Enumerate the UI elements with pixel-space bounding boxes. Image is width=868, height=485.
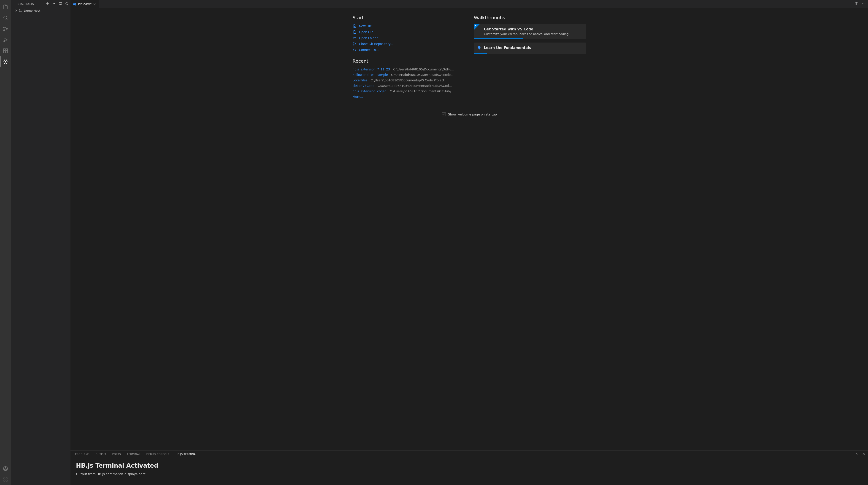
panel-tabs: PROBLEMSOUTPUTPORTSTERMINALDEBUG CONSOLE…: [70, 450, 868, 458]
panel-tab[interactable]: PROBLEMS: [75, 450, 90, 458]
startup-checkbox[interactable]: [442, 112, 446, 117]
walkthrough-progress: [474, 38, 523, 39]
tab-label: Welcome: [78, 2, 91, 6]
svg-rect-5: [3, 49, 5, 51]
walkthrough-desc: Customize your editor, learn the basics,…: [484, 32, 582, 36]
panel-tab[interactable]: DEBUG CONSOLE: [146, 450, 169, 458]
panel-tab[interactable]: OUTPUT: [95, 450, 106, 458]
source-control-icon[interactable]: [0, 23, 11, 34]
split-editor-icon[interactable]: [855, 2, 858, 6]
svg-rect-7: [6, 51, 7, 53]
walkthrough-card[interactable]: Learn the Fundamentals: [474, 42, 586, 54]
svg-point-16: [865, 3, 865, 4]
more-actions-icon[interactable]: [862, 2, 866, 6]
host-tree-item[interactable]: Demo Host: [11, 8, 70, 13]
close-tab-icon[interactable]: [93, 2, 96, 6]
start-connect-to[interactable]: Connect to...: [353, 48, 465, 52]
monitor-icon[interactable]: [59, 2, 62, 6]
recent-path: C:\Users\bd468105\Documents\VS Code Proj…: [371, 78, 444, 82]
svg-point-18: [353, 44, 354, 45]
recent-item[interactable]: hbjs_extension_cbgenC:\Users\bd468105\Do…: [353, 89, 465, 93]
svg-rect-8: [6, 49, 7, 51]
folder-icon: [19, 9, 23, 12]
svg-rect-12: [59, 2, 62, 4]
panel-tab[interactable]: PORTS: [112, 450, 121, 458]
settings-gear-icon[interactable]: [0, 474, 11, 485]
search-icon[interactable]: [0, 12, 11, 23]
connect-icon[interactable]: [52, 2, 56, 6]
recent-name[interactable]: hbjs_extension_cbgen: [353, 89, 387, 93]
start-new-file[interactable]: New File...: [353, 24, 465, 28]
svg-rect-6: [3, 51, 5, 53]
svg-point-17: [353, 42, 354, 43]
lightbulb-icon: [477, 46, 481, 51]
panel-tab[interactable]: TERMINAL: [127, 450, 140, 458]
walkthrough-title: Learn the Fundamentals: [484, 46, 582, 50]
start-heading: Start: [353, 15, 465, 20]
side-panel-title: HB.JS: HOSTS: [16, 2, 46, 5]
vscode-logo-icon: [73, 2, 76, 6]
panel-body: HB.js Terminal Activated Output from HB.…: [70, 458, 868, 485]
svg-point-1: [4, 27, 5, 28]
recent-item[interactable]: hbjs_extension_7_11_23C:\Users\bd468105\…: [353, 67, 465, 71]
hbjs-extension-icon[interactable]: [0, 56, 11, 67]
recent-name[interactable]: hbjs_extension_7_11_23: [353, 67, 390, 71]
start-clone-repo[interactable]: Clone Git Repository...: [353, 42, 465, 46]
walkthrough-progress: [474, 53, 488, 54]
walkthroughs-heading: Walkthroughs: [474, 15, 586, 20]
host-tree-label: Demo Host: [24, 9, 40, 12]
start-open-file[interactable]: Open File...: [353, 30, 465, 34]
startup-checkbox-row: Show welcome page on startup: [353, 112, 586, 117]
welcome-page: Start New File... Open File... Open Fold…: [70, 8, 868, 450]
panel-heading: HB.js Terminal Activated: [76, 462, 863, 469]
tab-welcome[interactable]: Welcome: [70, 0, 99, 8]
recent-item[interactable]: helloworld-test-sampleC:\Users\bd468105\…: [353, 73, 465, 76]
recent-heading: Recent: [353, 58, 465, 64]
svg-point-10: [5, 467, 6, 469]
refresh-icon[interactable]: [65, 2, 69, 6]
recent-path: C:\Users\bd468105\Downloads\vscode...: [391, 73, 454, 76]
recent-name[interactable]: cbGenVSCode: [353, 84, 375, 88]
svg-point-15: [864, 3, 864, 4]
chevron-right-icon: [14, 9, 18, 12]
recent-item[interactable]: cbGenVSCodeC:\Users\bd468105\Documents\G…: [353, 84, 465, 88]
editor-area: Welcome Start New File...: [70, 0, 868, 485]
recent-name[interactable]: LocalFiles: [353, 78, 368, 82]
panel-maximize-icon[interactable]: [855, 452, 858, 456]
recent-more[interactable]: More...: [353, 95, 363, 99]
recent-path: C:\Users\bd468105\Documents\GitHub\VSCod…: [378, 84, 452, 88]
startup-checkbox-label: Show welcome page on startup: [448, 112, 497, 116]
explorer-icon[interactable]: [0, 1, 11, 12]
panel-text: Output from HB.js commands displays here…: [76, 472, 863, 476]
svg-point-11: [5, 479, 6, 480]
recent-name[interactable]: helloworld-test-sample: [353, 73, 388, 76]
walkthrough-card[interactable]: ★Get Started with VS CodeCustomize your …: [474, 24, 586, 39]
start-open-folder[interactable]: Open Folder...: [353, 36, 465, 40]
add-icon[interactable]: [46, 2, 50, 6]
svg-point-14: [863, 3, 863, 4]
extensions-icon[interactable]: [0, 45, 11, 56]
accounts-icon[interactable]: [0, 463, 11, 474]
walkthrough-title: Get Started with VS Code: [484, 27, 582, 31]
recent-path: C:\Users\bd468105\Documents\GitHu...: [393, 67, 454, 71]
recent-item[interactable]: LocalFilesC:\Users\bd468105\Documents\VS…: [353, 78, 465, 82]
panel-tab[interactable]: HB.JS TERMINAL: [176, 450, 197, 458]
svg-point-0: [4, 16, 7, 19]
recent-path: C:\Users\bd468105\Documents\GitHub\...: [390, 89, 454, 93]
side-panel-header: HB.JS: HOSTS: [11, 0, 70, 8]
bottom-panel: PROBLEMSOUTPUTPORTSTERMINALDEBUG CONSOLE…: [70, 450, 868, 485]
activity-bar: [0, 0, 11, 485]
run-debug-icon[interactable]: [0, 34, 11, 45]
tab-strip: Welcome: [70, 0, 868, 8]
svg-point-2: [4, 30, 5, 31]
side-panel: HB.JS: HOSTS Demo Host: [11, 0, 70, 485]
panel-close-icon[interactable]: [862, 452, 865, 456]
star-icon: ★: [474, 24, 476, 27]
